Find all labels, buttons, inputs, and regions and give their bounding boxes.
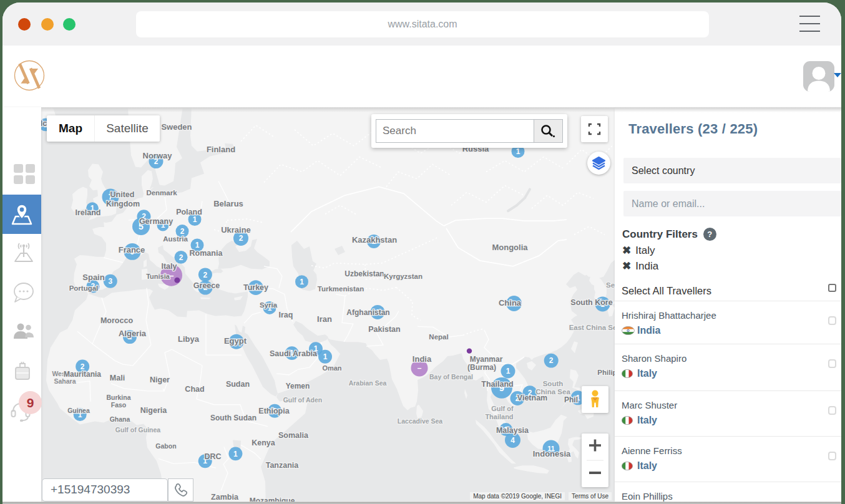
svg-text:Syria: Syria: [260, 301, 278, 309]
svg-text:Tanzania: Tanzania: [266, 461, 300, 470]
svg-text:China Sea: China Sea: [535, 388, 570, 395]
svg-text:India: India: [413, 354, 432, 364]
svg-text:Mali: Mali: [110, 374, 125, 382]
svg-text:China: China: [499, 298, 522, 308]
svg-text:Spain: Spain: [82, 273, 104, 282]
svg-text:Oman: Oman: [322, 364, 341, 372]
svg-text:Kazakhstan: Kazakhstan: [352, 235, 397, 245]
svg-text:Sahara: Sahara: [54, 378, 76, 385]
svg-text:Poland: Poland: [176, 208, 202, 216]
svg-text:South Sudan: South Sudan: [210, 414, 256, 422]
svg-text:Niger: Niger: [150, 376, 170, 384]
svg-text:Malaysia: Malaysia: [496, 426, 529, 435]
svg-text:Bay of Bengal: Bay of Bengal: [429, 374, 473, 380]
svg-text:Uzbekistan: Uzbekistan: [344, 269, 384, 278]
svg-text:1: 1: [193, 215, 197, 224]
svg-text:Sweden: Sweden: [161, 122, 192, 132]
svg-text:United: United: [110, 190, 135, 199]
svg-text:Chad: Chad: [185, 385, 204, 394]
svg-text:Greece: Greece: [193, 281, 220, 290]
svg-text:Finland: Finland: [207, 145, 235, 154]
svg-text:1: 1: [300, 278, 304, 286]
svg-text:Indonesia: Indonesia: [533, 449, 571, 458]
svg-text:Ic: Ic: [41, 119, 47, 128]
svg-text:Faso: Faso: [111, 402, 126, 409]
svg-text:Germany: Germany: [139, 217, 173, 226]
svg-text:Ghana: Ghana: [110, 416, 130, 423]
svg-text:Romania: Romania: [190, 249, 223, 258]
svg-text:Belarus: Belarus: [213, 199, 243, 208]
svg-text:France: France: [119, 245, 145, 254]
svg-text:Arabian Sea: Arabian Sea: [349, 380, 387, 387]
svg-text:Portugal: Portugal: [69, 284, 99, 292]
svg-text:Nepal: Nepal: [429, 333, 448, 341]
svg-text:Pakistan: Pakistan: [368, 325, 400, 334]
svg-text:Libya: Libya: [178, 334, 200, 344]
svg-text:Phil: Phil: [564, 395, 578, 404]
svg-text:3: 3: [108, 277, 112, 286]
svg-text:Iran: Iran: [317, 314, 332, 324]
svg-text:2: 2: [180, 227, 185, 236]
svg-text:DRC: DRC: [204, 452, 221, 461]
svg-text:South Kore: South Kore: [570, 298, 612, 307]
svg-text:Mauritania: Mauritania: [64, 370, 101, 379]
svg-text:Se: Se: [606, 281, 615, 289]
svg-text:Laccadive Sea: Laccadive Sea: [398, 418, 443, 425]
svg-text:Myanmar: Myanmar: [470, 355, 503, 364]
svg-text:Iraq: Iraq: [279, 311, 293, 319]
svg-text:Norway: Norway: [143, 151, 173, 160]
svg-text:2: 2: [179, 253, 183, 262]
svg-text:Egypt: Egypt: [224, 336, 247, 346]
svg-text:1: 1: [516, 147, 520, 156]
svg-text:Ethiopia: Ethiopia: [258, 407, 290, 415]
svg-text:Gulf of Guinea: Gulf of Guinea: [115, 427, 160, 434]
svg-text:Guinea: Guinea: [67, 407, 90, 414]
svg-text:Gabon: Gabon: [155, 443, 176, 450]
svg-text:Algeria: Algeria: [119, 329, 147, 338]
svg-text:Austria: Austria: [163, 235, 188, 243]
svg-text:Zambia: Zambia: [211, 493, 239, 502]
svg-text:Gulf of: Gulf of: [491, 405, 514, 412]
svg-text:Thailand: Thailand: [485, 413, 513, 420]
svg-text:Turkmenistan: Turkmenistan: [318, 285, 364, 293]
svg-text:Sudan: Sudan: [226, 380, 250, 389]
svg-text:1: 1: [323, 352, 328, 361]
svg-text:(Burma): (Burma): [467, 363, 496, 372]
svg-text:Denmark: Denmark: [146, 189, 177, 196]
svg-text:Saudi Arabia: Saudi Arabia: [270, 349, 318, 358]
svg-text:Mongolia: Mongolia: [492, 243, 529, 252]
svg-text:Philip: Philip: [597, 369, 615, 376]
svg-text:2: 2: [203, 271, 208, 279]
svg-text:Nigeria: Nigeria: [140, 406, 167, 415]
svg-text:1: 1: [195, 241, 200, 250]
svg-text:2: 2: [239, 234, 243, 243]
svg-text:Yemen: Yemen: [286, 382, 310, 390]
svg-text:Somalia: Somalia: [278, 431, 309, 440]
svg-text:2: 2: [549, 356, 554, 365]
svg-text:Gulf of Aden: Gulf of Aden: [283, 397, 323, 404]
svg-text:Burkina: Burkina: [106, 394, 130, 401]
svg-text:Thailand: Thailand: [481, 380, 513, 389]
svg-text:Kyrgyzstan: Kyrgyzstan: [384, 273, 422, 280]
svg-text:4: 4: [510, 436, 515, 445]
svg-text:1: 1: [233, 450, 238, 458]
svg-text:Tunisia: Tunisia: [146, 273, 170, 280]
svg-text:Italy: Italy: [161, 262, 177, 271]
svg-text:–: –: [418, 364, 422, 372]
svg-text:Ukraine: Ukraine: [221, 225, 251, 235]
svg-text:East China Se: East China Se: [569, 324, 615, 331]
svg-text:Kingdom: Kingdom: [106, 200, 140, 208]
svg-text:Ireland: Ireland: [76, 208, 101, 217]
svg-text:Mozambique: Mozambique: [250, 497, 295, 502]
svg-text:Turkey: Turkey: [243, 283, 268, 292]
svg-text:Afghanistan: Afghanistan: [346, 308, 389, 317]
svg-text:1: 1: [506, 367, 510, 376]
svg-text:South: South: [543, 380, 564, 387]
svg-text:Kenya: Kenya: [252, 439, 276, 447]
svg-text:Morocco: Morocco: [100, 316, 133, 325]
